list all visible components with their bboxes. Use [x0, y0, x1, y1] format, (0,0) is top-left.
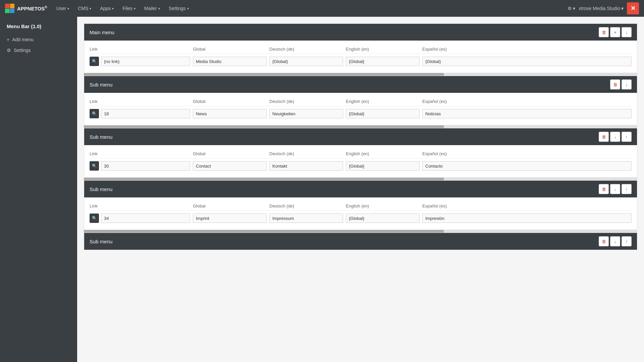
close-button[interactable]: ✕ [627, 2, 639, 14]
gear-button[interactable]: ⚙ ▾ [568, 6, 575, 11]
global-input[interactable] [193, 161, 267, 171]
link-search-button[interactable]: 🔍 [90, 57, 99, 66]
gear-icon: ⚙ [7, 48, 11, 53]
nav-item-settings[interactable]: Settings ▾ [165, 4, 193, 13]
main-menu-header: Main menu 🗑 + ↓ [84, 24, 637, 41]
link-cell: 🔍 [90, 214, 190, 223]
sub-menu-1-delete-button[interactable]: 🗑 [610, 79, 620, 89]
main-menu-delete-button[interactable]: 🗑 [599, 27, 609, 37]
caret-icon: ▾ [158, 7, 160, 10]
caret-icon: ▾ [573, 6, 575, 11]
sub-menu-section-3: Sub menu 🗑 ↓ ↑ Link Global Deutsch (de) … [84, 180, 637, 230]
divider-3 [84, 178, 637, 180]
main-menu-table: Link Global Deutsch (de) English (en) Es… [84, 41, 637, 73]
brand: APPNETOS® [5, 4, 47, 13]
english-input[interactable] [346, 57, 420, 66]
navbar-left: APPNETOS® User ▾ CMS ▾ Apps ▾ Files ▾ Ma… [5, 4, 193, 13]
link-cell: 🔍 [90, 161, 190, 171]
navbar-right: ⚙ ▾ xtrose Media Studio ▾ ✕ [568, 2, 639, 14]
global-input[interactable] [193, 214, 267, 223]
global-input[interactable] [193, 57, 267, 66]
caret-icon: ▾ [112, 7, 114, 10]
sub-menu-3-header: Sub menu 🗑 ↓ ↑ [84, 181, 637, 197]
sub-menu-1-row: 🔍 [90, 106, 632, 121]
sub-menu-1-down-button[interactable]: ↓ [622, 79, 632, 89]
caret-icon: ▾ [67, 7, 69, 10]
nav-menu: User ▾ CMS ▾ Apps ▾ Files ▾ Mailer ▾ Set… [52, 4, 193, 13]
espanol-input[interactable] [422, 109, 632, 118]
caret-icon: ▾ [621, 6, 624, 11]
sub-menu-2-up-button[interactable]: ↑ [622, 132, 632, 142]
nav-item-files[interactable]: Files ▾ [118, 4, 140, 13]
sub-menu-4-delete-button[interactable]: 🗑 [599, 236, 609, 246]
sub-menu-2-table: Link Global Deutsch (de) English (en) Es… [84, 145, 637, 177]
sub-menu-section-2: Sub menu 🗑 ↓ ↑ Link Global Deutsch (de) … [84, 128, 637, 178]
link-input[interactable] [101, 109, 190, 118]
link-input[interactable] [101, 57, 190, 66]
sidebar: Menu Bar (1.0) + Add menu ⚙ Settings [0, 17, 77, 362]
sub-menu-3-title: Sub menu [90, 186, 112, 192]
sub-menu-2-row: 🔍 [90, 159, 632, 173]
sub-menu-4-actions: 🗑 ↓ ↑ [599, 236, 632, 246]
main-menu-section: Main menu 🗑 + ↓ Link Global Deutsch (de)… [84, 23, 637, 73]
sub-menu-2-delete-button[interactable]: 🗑 [599, 132, 609, 142]
caret-icon: ▾ [134, 7, 136, 10]
sub-menu-2-down-button[interactable]: ↓ [610, 132, 620, 142]
main-menu-row: 🔍 [90, 54, 632, 69]
layout: Menu Bar (1.0) + Add menu ⚙ Settings Mai… [0, 17, 644, 362]
sub-menu-4-up-button[interactable]: ↑ [622, 236, 632, 246]
deutsch-input[interactable] [269, 57, 343, 66]
sub-menu-4-down-button[interactable]: ↓ [610, 236, 620, 246]
link-search-button[interactable]: 🔍 [90, 214, 99, 223]
sidebar-item-add-menu[interactable]: + Add menu [0, 34, 77, 45]
sub-menu-1-actions: 🗑 ↓ [610, 79, 632, 89]
english-input[interactable] [346, 161, 420, 171]
sub-menu-section-1: Sub menu 🗑 ↓ Link Global Deutsch (de) En… [84, 76, 637, 125]
sub-menu-2-header: Sub menu 🗑 ↓ ↑ [84, 128, 637, 145]
main-content: Main menu 🗑 + ↓ Link Global Deutsch (de)… [77, 17, 644, 362]
sub-menu-3-up-button[interactable]: ↑ [622, 184, 632, 194]
navbar: APPNETOS® User ▾ CMS ▾ Apps ▾ Files ▾ Ma… [0, 0, 644, 17]
caret-icon: ▾ [90, 7, 91, 10]
studio-button[interactable]: xtrose Media Studio ▾ [579, 6, 624, 11]
english-input[interactable] [346, 214, 420, 223]
brand-name: APPNETOS® [17, 5, 47, 11]
nav-item-user[interactable]: User ▾ [52, 4, 73, 13]
main-menu-actions: 🗑 + ↓ [599, 27, 632, 37]
espanol-input[interactable] [422, 57, 632, 66]
link-search-button[interactable]: 🔍 [90, 161, 99, 171]
espanol-input[interactable] [422, 161, 632, 171]
main-menu-table-header: Link Global Deutsch (de) English (en) Es… [90, 45, 632, 54]
main-menu-down-button[interactable]: ↓ [622, 27, 632, 37]
sub-menu-1-table-header: Link Global Deutsch (de) English (en) Es… [90, 97, 632, 106]
sub-menu-2-table-header: Link Global Deutsch (de) English (en) Es… [90, 149, 632, 159]
plus-icon: + [7, 37, 9, 42]
sidebar-item-settings[interactable]: ⚙ Settings [0, 45, 77, 56]
english-input[interactable] [346, 109, 420, 118]
deutsch-input[interactable] [269, 214, 343, 223]
deutsch-input[interactable] [269, 161, 343, 171]
link-input[interactable] [101, 161, 190, 171]
sub-menu-3-delete-button[interactable]: 🗑 [599, 184, 609, 194]
gear-icon: ⚙ [568, 6, 572, 11]
sub-menu-1-title: Sub menu [90, 82, 112, 87]
sub-menu-3-row: 🔍 [90, 211, 632, 226]
nav-item-apps[interactable]: Apps ▾ [96, 4, 118, 13]
link-cell: 🔍 [90, 57, 190, 66]
sub-menu-2-actions: 🗑 ↓ ↑ [599, 132, 632, 142]
link-input[interactable] [101, 214, 190, 223]
sub-menu-3-actions: 🗑 ↓ ↑ [599, 184, 632, 194]
nav-item-mailer[interactable]: Mailer ▾ [140, 4, 164, 13]
deutsch-input[interactable] [269, 109, 343, 118]
sub-menu-1-table: Link Global Deutsch (de) English (en) Es… [84, 93, 637, 125]
main-menu-add-button[interactable]: + [610, 27, 620, 37]
nav-item-cms[interactable]: CMS ▾ [74, 4, 95, 13]
divider-2 [84, 125, 637, 128]
sub-menu-3-table: Link Global Deutsch (de) English (en) Es… [84, 197, 637, 230]
sub-menu-3-down-button[interactable]: ↓ [610, 184, 620, 194]
global-input[interactable] [193, 109, 267, 118]
espanol-input[interactable] [422, 214, 632, 223]
link-search-button[interactable]: 🔍 [90, 109, 99, 118]
divider-4 [84, 230, 637, 233]
caret-icon: ▾ [187, 7, 189, 10]
